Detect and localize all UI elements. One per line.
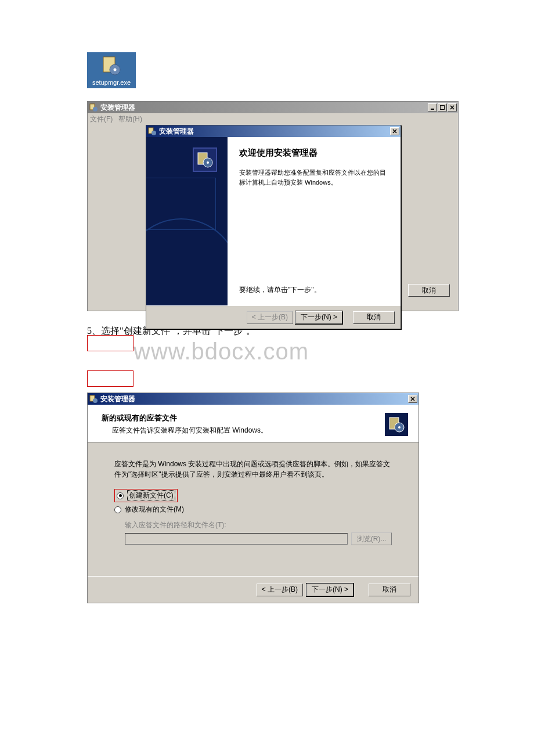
red-highlight-box [87, 370, 134, 387]
wizard-footer: < 上一步(B) 下一步(N) > 取消 [146, 305, 400, 329]
outer-cancel-button[interactable]: 取消 [408, 284, 450, 297]
back-button[interactable]: < 上一步(B) [257, 584, 303, 596]
svg-point-16 [398, 426, 400, 429]
wizard-titlebar: 安装管理器 [146, 125, 400, 137]
wizard-title: 安装管理器 [159, 127, 390, 136]
wizard-banner-image [146, 137, 228, 305]
wizard-heading: 欢迎使用安装管理器 [239, 147, 389, 159]
svg-point-4 [93, 107, 98, 111]
cancel-button[interactable]: 取消 [353, 311, 395, 324]
app-icon [89, 394, 98, 404]
next-button[interactable]: 下一步(N) > [306, 584, 353, 596]
minimize-button[interactable] [428, 103, 437, 111]
desktop-icon[interactable]: setupmgr.exe [87, 52, 136, 88]
close-button[interactable] [408, 395, 417, 403]
browse-button: 浏览(R)... [351, 532, 392, 545]
main-window: 安装管理器 文件(F) 帮助(H) 取消 [87, 101, 459, 311]
red-highlight-box [87, 335, 134, 351]
titlebar: 安装管理器 [88, 393, 418, 405]
titlebar: 安装管理器 [88, 102, 458, 113]
app-icon [147, 127, 157, 136]
radio-create-new[interactable]: 创建新文件(C) [114, 489, 392, 502]
radio-icon [117, 492, 124, 499]
window-title: 安装管理器 [100, 103, 428, 113]
cancel-button[interactable]: 取消 [369, 584, 410, 596]
svg-rect-5 [431, 109, 434, 110]
maximize-button[interactable] [438, 103, 447, 111]
wizard-continue-hint: 要继续，请单击"下一步"。 [239, 285, 321, 295]
close-button[interactable] [448, 103, 457, 111]
wizard-description: 安装管理器帮助您准备配置集和应答文件以在您的目标计算机上自动预安装 Window… [239, 168, 389, 187]
answer-file-dialog: 安装管理器 新的或现有的应答文件 应答文件告诉安装程序如何安装和配置 Windo… [87, 393, 419, 603]
menu-file[interactable]: 文件(F) [90, 114, 113, 124]
radio-label: 创建新文件(C) [127, 490, 175, 501]
next-button[interactable]: 下一步(N) > [295, 311, 342, 324]
header-icon [385, 413, 408, 436]
svg-point-8 [151, 131, 156, 135]
svg-point-11 [207, 161, 209, 164]
svg-point-13 [93, 398, 98, 403]
radio-icon [114, 506, 121, 513]
dialog-body: 应答文件是为 Windows 安装过程中出现的问题或选项提供应答的脚本。例如，如… [88, 442, 418, 576]
radio-modify-existing[interactable]: 修改现有的文件(M) [114, 505, 392, 514]
path-input [125, 533, 348, 545]
path-field-label: 输入应答文件的路径和文件名(T): [125, 520, 392, 530]
dialog-footer: < 上一步(B) 下一步(N) > 取消 [88, 576, 418, 603]
svg-rect-6 [441, 106, 445, 110]
menubar: 文件(F) 帮助(H) [88, 113, 458, 125]
setupmgr-icon [101, 56, 122, 77]
header-subtitle: 应答文件告诉安装程序如何安装和配置 Windows。 [112, 426, 385, 435]
app-icon [89, 103, 98, 112]
dialog-header: 新的或现有的应答文件 应答文件告诉安装程序如何安装和配置 Windows。 [88, 405, 418, 442]
body-paragraph: 应答文件是为 Windows 安装过程中出现的问题或选项提供应答的脚本。例如，如… [114, 459, 392, 480]
wizard-welcome-dialog: 安装管理器 [146, 125, 401, 329]
header-title: 新的或现有的应答文件 [102, 413, 385, 423]
desktop-icon-label: setupmgr.exe [88, 79, 135, 86]
close-button[interactable] [390, 127, 399, 135]
window-title: 安装管理器 [100, 394, 408, 404]
back-button: < 上一步(B) [247, 311, 293, 324]
menu-help[interactable]: 帮助(H) [118, 114, 142, 124]
radio-label: 修改现有的文件(M) [125, 505, 184, 514]
svg-point-2 [114, 69, 117, 71]
watermark-text: www.bdocx.com [134, 339, 447, 365]
